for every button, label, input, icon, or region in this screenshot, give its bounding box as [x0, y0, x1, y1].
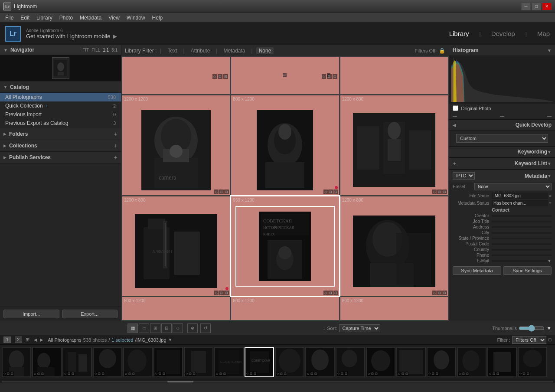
- rotate-button[interactable]: ↺: [200, 323, 211, 333]
- film-thumb-7[interactable]: ◇⊡⊡: [184, 347, 213, 377]
- film-thumb-14[interactable]: ◇⊡⊡: [396, 347, 426, 377]
- filter-attribute[interactable]: Attribute: [188, 47, 213, 55]
- film-thumb-8[interactable]: СОВЕТСКАЯ ◇⊡⊡: [214, 347, 244, 377]
- zoom-fit[interactable]: FIT: [82, 48, 89, 52]
- catalog-previous-export[interactable]: Previous Export as Catalog 3: [0, 119, 121, 127]
- original-photo-checkbox[interactable]: [453, 105, 458, 111]
- scroll-thumb[interactable]: [167, 381, 193, 382]
- grid-cell-top-3[interactable]: [340, 57, 448, 94]
- grid-cell-4-1[interactable]: 800 x 1200: [122, 297, 230, 320]
- film-thumb-1[interactable]: ◇⊡⊡: [2, 347, 31, 377]
- histogram-header[interactable]: Histogram ▼: [449, 45, 555, 56]
- filmstrip-page-1[interactable]: 1: [3, 336, 11, 343]
- menu-help[interactable]: Help: [149, 14, 166, 22]
- grid-cell-top-1[interactable]: ◇ ⊡ ⊡: [122, 57, 230, 94]
- view-loupe-button[interactable]: ▭: [139, 323, 149, 333]
- film-thumb-5[interactable]: ◇⊡⊡: [123, 347, 153, 377]
- view-people-button[interactable]: ☺: [173, 323, 183, 333]
- metadata-preset-select[interactable]: None: [474, 183, 552, 190]
- menu-view[interactable]: View: [105, 14, 123, 22]
- view-survey-button[interactable]: ⊟: [161, 323, 172, 333]
- metadata-header[interactable]: IPTC Exif Metadata ▼: [449, 170, 555, 182]
- spray-can-button[interactable]: ⊗: [187, 323, 198, 333]
- catalog-quick-collection[interactable]: Quick Collection + 2: [0, 101, 121, 110]
- import-button[interactable]: Import...: [3, 310, 59, 318]
- menu-photo[interactable]: Photo: [56, 14, 76, 22]
- filmstrip-prev-button[interactable]: ◀: [33, 337, 38, 342]
- menu-file[interactable]: File: [2, 14, 17, 22]
- keywording-header[interactable]: Keywording ▼: [449, 146, 555, 157]
- grid-cell-3-3[interactable]: 1200 x 800 ◇⊡⊡: [340, 196, 448, 296]
- navigator-header[interactable]: ▼ Navigator FIT FILL 1:1 3:1: [0, 45, 121, 55]
- filmstrip-filter-expand[interactable]: ⊡: [548, 337, 552, 342]
- zoom-3-1[interactable]: 3:1: [111, 48, 118, 52]
- menu-metadata[interactable]: Metadata: [76, 14, 105, 22]
- sync-settings-button[interactable]: Sync Settings: [503, 266, 552, 275]
- grid-cell-2-2[interactable]: 800 x 1200 ◇⊡⊡: [231, 95, 339, 195]
- menu-edit[interactable]: Edit: [17, 14, 33, 22]
- filter-none[interactable]: None: [256, 47, 274, 54]
- grid-cell-3-2[interactable]: 959 x 1200 СОВЕТСКАЯ ИСТОРИЧЕСКАЯ КНИГА: [231, 196, 339, 296]
- film-thumb-3[interactable]: ◇⊡⊡: [62, 347, 92, 377]
- filter-text[interactable]: Text: [165, 47, 180, 55]
- collections-add-button[interactable]: +: [114, 142, 118, 149]
- catalog-header[interactable]: ▼ Catalog: [0, 82, 121, 93]
- filmstrip-next-button[interactable]: ▶: [39, 337, 44, 342]
- grid-cell-4-2[interactable]: 800 x 1200: [231, 297, 339, 320]
- filter-lock-icon[interactable]: 🔒: [439, 48, 445, 54]
- film-thumb-11[interactable]: ◇⊡⊡: [305, 347, 335, 377]
- film-thumb-17[interactable]: ◇⊡⊡: [487, 347, 517, 377]
- zoom-1-1[interactable]: 1:1: [103, 48, 109, 52]
- film-thumb-15[interactable]: ◇⊡⊡: [427, 347, 456, 377]
- filter-metadata[interactable]: Metadata: [221, 47, 248, 55]
- tab-map[interactable]: Map: [537, 28, 550, 39]
- collections-header[interactable]: ▶ Collections +: [0, 140, 121, 152]
- film-thumb-9[interactable]: СОВЕТСКАЯ ◇⊡⊡: [245, 347, 274, 377]
- filmstrip-filter-select[interactable]: Filters Off Flagged Unflagged: [512, 336, 546, 344]
- menu-library[interactable]: Library: [33, 14, 56, 22]
- close-button[interactable]: ✕: [542, 3, 552, 10]
- grid-cell-2-1[interactable]: 1200 x 1200 camera ◇⊡⊡: [122, 95, 230, 195]
- folders-add-button[interactable]: +: [114, 131, 118, 137]
- metadata-iptc-select[interactable]: IPTC Exif: [453, 172, 475, 180]
- menubar: File Edit Library Photo Metadata View Wi…: [0, 13, 555, 23]
- mobile-link[interactable]: Get started with Lightroom mobile ▶: [26, 33, 449, 39]
- film-thumb-18[interactable]: ◇⊡⊡: [518, 347, 547, 377]
- film-thumb-6[interactable]: ◇⊡⊡: [153, 347, 183, 377]
- export-button[interactable]: Export...: [62, 310, 118, 318]
- thumbnail-size-slider[interactable]: [519, 325, 545, 332]
- grid-cell-4-3[interactable]: 800 x 1200: [340, 297, 448, 320]
- tab-library[interactable]: Library: [449, 28, 469, 39]
- film-thumb-12[interactable]: ◇⊡⊡: [336, 347, 365, 377]
- restore-button[interactable]: □: [532, 3, 541, 10]
- keyword-list-header[interactable]: + Keyword List ▼: [449, 157, 555, 170]
- postal-value: [492, 243, 552, 245]
- catalog-previous-import[interactable]: Previous Import 0: [0, 110, 121, 119]
- grid-cell-3-1[interactable]: 1200 x 800 АЛФАВИТ ◇⊡⊡: [122, 196, 230, 296]
- sort-select[interactable]: Capture Time File Name Rating: [339, 324, 380, 332]
- film-thumb-13[interactable]: ◇⊡⊡: [366, 347, 395, 377]
- zoom-fill[interactable]: FILL: [91, 48, 100, 52]
- grid-cell-top-2[interactable]: ↩ ↪ ◇ ⊡ ⊡: [231, 57, 339, 94]
- view-compare-button[interactable]: ⊞: [150, 323, 160, 333]
- menu-window[interactable]: Window: [123, 14, 149, 22]
- view-grid-button[interactable]: ▦: [127, 323, 138, 333]
- minimize-button[interactable]: ─: [521, 3, 531, 10]
- quick-develop-preset-select[interactable]: Custom Default: [456, 134, 548, 143]
- catalog-all-photographs[interactable]: All Photographs 538: [0, 93, 121, 101]
- filmstrip-grid-icon[interactable]: ⊞: [26, 337, 29, 343]
- grid-cell-2-3[interactable]: 1200 x 800 ◇⊡⊡: [340, 95, 448, 195]
- film-thumb-2[interactable]: ◇⊡⊡: [32, 347, 62, 377]
- filmstrip-page-2[interactable]: 2: [15, 336, 23, 343]
- quick-develop-header[interactable]: ◀ Quick Develop: [449, 119, 555, 131]
- keyword-list-plus[interactable]: +: [453, 160, 456, 167]
- folders-header[interactable]: ▶ Folders +: [0, 128, 121, 140]
- sync-metadata-button[interactable]: Sync Metadata: [453, 266, 501, 275]
- publish-services-header[interactable]: ▶ Publish Services +: [0, 152, 121, 163]
- film-thumb-16[interactable]: ◇⊡⊡: [457, 347, 486, 377]
- publish-services-add-button[interactable]: +: [114, 154, 118, 161]
- tab-develop[interactable]: Develop: [491, 28, 515, 39]
- film-thumb-4[interactable]: ◇⊡⊡: [93, 347, 122, 377]
- filmstrip-dropdown-arrow[interactable]: ▼: [168, 337, 173, 342]
- film-thumb-10[interactable]: ◇⊡⊡: [275, 347, 304, 377]
